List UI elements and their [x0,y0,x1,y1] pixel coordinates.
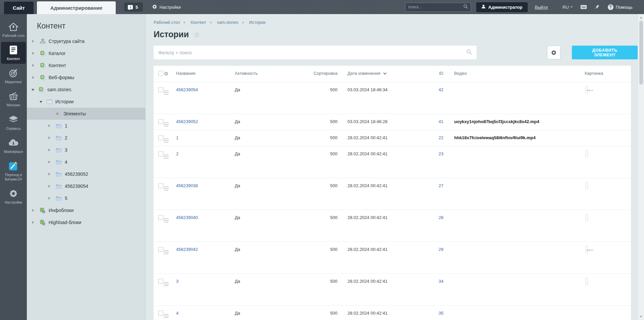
favorite-star-icon[interactable]: ☆ [194,31,200,39]
element-name-link[interactable]: 4 [176,311,178,316]
scrollbar-thumb[interactable] [639,21,643,85]
tree-item-2[interactable]: 2 [27,132,145,144]
tree-item-элементы[interactable]: Элементы [27,108,145,120]
picture-thumbnail[interactable]: ОРДАРІ [586,86,588,93]
element-id-link[interactable]: 42 [439,87,443,92]
column-header-id[interactable]: ID [427,66,443,81]
chevron-right-icon[interactable] [32,40,36,43]
tree-item-истории[interactable]: Истории [27,96,145,108]
column-header-sort[interactable]: Сортировка [300,66,337,81]
tree-item-инфоблоки[interactable]: Инфоблоки [27,204,145,216]
user-button[interactable]: Администратор [476,2,528,12]
chevron-right-icon[interactable] [48,149,52,151]
row-menu-icon[interactable] [164,274,176,286]
row-menu-icon[interactable] [164,114,176,126]
tree-item-структура-сайта[interactable]: Структура сайта [27,35,145,47]
column-header-name[interactable]: Название [176,66,235,81]
notifications-button[interactable]: i 5 [124,3,142,11]
tree-item-4[interactable]: 4 [27,156,145,168]
page-scrollbar[interactable]: ▲ ▼ [638,14,644,320]
element-id-link[interactable]: 23 [439,151,443,156]
row-checkbox[interactable] [154,178,164,189]
tree-item-веб-формы[interactable]: Веб-формы [27,71,145,84]
topbar-settings-button[interactable]: Настройки [152,0,181,14]
sidebar-item-магазин[interactable]: Магазин [1,88,26,110]
column-header-picture[interactable]: Картинка [585,66,631,81]
tree-item-каталог[interactable]: Каталог [27,47,145,59]
column-header-active[interactable]: Активность [235,66,300,81]
row-checkbox[interactable] [154,130,164,141]
topbar-search-input[interactable] [408,5,463,9]
sidebar-item-marketplace[interactable]: Marketplace [1,135,26,157]
row-checkbox[interactable] [154,114,164,125]
chevron-right-icon[interactable] [48,185,52,188]
add-element-button[interactable]: ДОБАВИТЬ ЭЛЕМЕНТ [572,46,638,59]
row-menu-icon[interactable] [164,146,176,159]
topbar-search[interactable] [405,3,471,12]
element-name-link[interactable]: 3 [176,279,178,284]
sidebar-item-переход-в-битрикс24[interactable]: Переход в Битрикс24 [1,158,26,184]
picture-thumbnail[interactable] [586,150,588,157]
grid-settings-button[interactable] [547,46,560,59]
select-all-checkbox[interactable] [154,66,164,82]
tree-item-highload-блоки[interactable]: Highload-блоки [27,216,145,228]
breadcrumb-link-рабочий-стол[interactable]: Рабочий стол [154,20,180,25]
pin-icon[interactable] [594,4,600,10]
filter-search-box[interactable] [154,46,477,59]
tree-item-456239054[interactable]: 456239054 [27,180,145,192]
row-checkbox[interactable] [154,82,164,93]
column-header-modified[interactable]: Дата изменения [337,66,427,81]
sidebar-item-маркетинг[interactable]: Маркетинг [1,65,26,87]
hotkeys-keyboard-icon[interactable] [580,4,587,10]
element-id-link[interactable]: 27 [439,183,443,188]
sidebar-item-настройки[interactable]: Настройки [1,185,26,207]
picture-thumbnail[interactable] [586,278,588,285]
element-name-link[interactable]: 456239054 [176,87,198,92]
picture-thumbnail[interactable]: ОРДАРІ [586,246,588,253]
element-id-link[interactable]: 41 [439,119,443,124]
search-icon[interactable] [463,4,468,10]
row-checkbox[interactable] [154,274,164,285]
chevron-down-icon[interactable] [40,101,42,104]
element-id-link[interactable]: 34 [439,279,443,284]
chevron-right-icon[interactable] [32,64,36,67]
chevron-down-icon[interactable] [32,89,34,92]
row-checkbox[interactable] [154,242,164,253]
filter-search-input[interactable] [158,50,466,55]
chevron-right-icon[interactable] [32,209,36,212]
row-menu-icon[interactable] [164,306,176,318]
element-name-link[interactable]: 456239038 [176,183,198,188]
row-menu-icon[interactable] [164,210,176,222]
tab-site[interactable]: Сайт [4,2,34,14]
chevron-right-icon[interactable] [48,137,52,139]
chevron-right-icon[interactable] [48,124,52,127]
sidebar-item-рабочий-стол[interactable]: Рабочий стол [1,19,26,41]
chevron-right-icon[interactable] [32,221,36,224]
chevron-right-icon[interactable] [48,173,52,175]
logout-link[interactable]: Выйти [535,5,548,10]
tab-administration[interactable]: Администрирование [37,1,116,14]
element-id-link[interactable]: 22 [439,135,443,140]
tree-item-456239052[interactable]: 456239052 [27,168,145,180]
element-name-link[interactable]: 456239042 [176,247,198,252]
element-name-link[interactable]: 2 [176,151,178,156]
row-checkbox[interactable] [154,306,164,317]
row-menu-icon[interactable] [164,130,176,143]
row-checkbox[interactable] [154,210,164,221]
row-menu-icon[interactable] [164,82,176,95]
sidebar-item-сервисы[interactable]: Сервисы [1,112,26,134]
element-name-link[interactable]: 456239040 [176,215,198,220]
element-id-link[interactable]: 29 [439,247,443,252]
column-header-video[interactable]: Видео [443,66,585,81]
scroll-up-arrow-icon[interactable]: ▲ [640,14,643,20]
chevron-right-icon[interactable] [48,197,52,200]
row-menu-icon[interactable] [164,242,176,254]
element-name-link[interactable]: 456239052 [176,119,198,124]
table-settings-gear-icon[interactable] [164,66,176,82]
picture-thumbnail[interactable] [586,214,588,221]
scroll-down-arrow-icon[interactable]: ▼ [640,313,643,320]
breadcrumb-link-sam-stories[interactable]: sam.stories [217,20,238,25]
tree-item-sam-stories[interactable]: sam.stories [27,84,145,96]
tree-item-контент[interactable]: Контент [27,59,145,71]
element-id-link[interactable]: 35 [439,311,443,316]
